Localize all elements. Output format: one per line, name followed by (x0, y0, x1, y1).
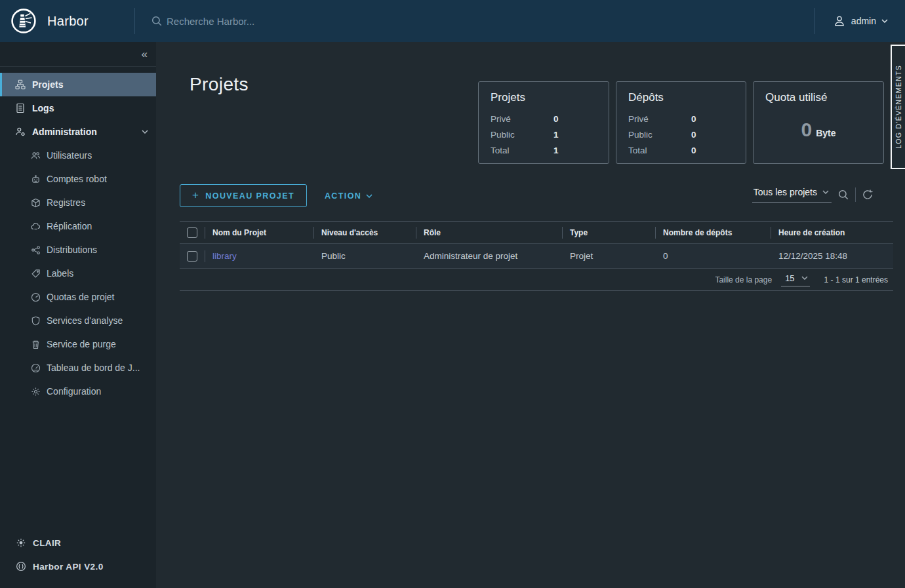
sidebar-item-robot-accounts[interactable]: Comptes robot (0, 167, 156, 191)
filter-value: Tous les projets (754, 187, 817, 197)
cell-type: Projet (562, 244, 655, 268)
cell-project-name: library (205, 244, 313, 268)
filter-row: Tous les projets (752, 187, 874, 203)
cell-created: 12/12/2025 18:48 (771, 244, 893, 268)
chevron-down-icon (801, 276, 808, 280)
plus-icon: + (192, 189, 199, 201)
header-divider (134, 8, 135, 34)
user-name: admin (851, 16, 876, 26)
sidebar-nav: Projets Logs Administration (0, 67, 156, 403)
sidebar-collapse-row: « (0, 42, 156, 67)
stat-value: 0 (691, 114, 696, 124)
select-all-cell (180, 222, 205, 243)
sidebar-item-label: Quotas de projet (47, 292, 115, 302)
action-dropdown[interactable]: ACTION (325, 191, 372, 201)
select-all-checkbox[interactable] (187, 227, 197, 238)
search-input[interactable] (167, 16, 337, 27)
quota-summary-card: Quota utilisé 0 Byte (753, 81, 884, 164)
user-icon (833, 14, 846, 28)
shield-icon (31, 316, 41, 326)
sun-icon (16, 538, 26, 548)
chevron-down-icon (142, 130, 148, 134)
sidebar-item-labels[interactable]: Labels (0, 262, 156, 285)
sidebar-item-administration[interactable]: Administration (0, 120, 156, 144)
main-content: Projets Projets Privé0 Public1 Total1 Dé… (156, 42, 905, 588)
users-icon (31, 151, 41, 161)
card-title: Dépôts (628, 91, 734, 104)
harbor-brand[interactable]: Harbor (0, 0, 134, 42)
sidebar-collapse-button[interactable]: « (142, 49, 148, 60)
sidebar-item-users[interactable]: Utilisateurs (0, 144, 156, 167)
sidebar-item-job-dashboard[interactable]: Tableau de bord de J... (0, 356, 156, 380)
pagination-range: 1 - 1 sur 1 entrées (824, 275, 888, 284)
page-size-value: 15 (785, 273, 794, 283)
api-icon (16, 561, 26, 572)
page-size-select[interactable]: 15 (781, 273, 809, 286)
tag-icon (31, 269, 41, 279)
new-project-label: NOUVEAU PROJET (205, 191, 294, 201)
search-icon (837, 189, 849, 201)
header-user-divider (814, 8, 814, 34)
refresh-button[interactable] (856, 189, 874, 201)
page-title: Projets (190, 74, 249, 95)
stat-value: 0 (691, 130, 696, 140)
stat-value: 1 (553, 130, 559, 140)
stat-value: 1 (553, 146, 559, 155)
sidebar-item-interrogation-services[interactable]: Services d'analyse (0, 309, 156, 332)
chevron-down-icon (366, 194, 372, 198)
stat-label: Total (491, 146, 553, 155)
sidebar-item-configuration[interactable]: Configuration (0, 380, 156, 403)
stat-value: 0 (553, 114, 559, 124)
new-project-button[interactable]: + NOUVEAU PROJET (180, 184, 307, 207)
cell-role: Administrateur de projet (416, 244, 562, 268)
column-header-role: Rôle (416, 222, 562, 243)
harbor-logo-icon (10, 8, 37, 34)
chevron-down-icon (822, 190, 829, 194)
stat-label: Privé (491, 114, 553, 124)
event-log-label: LOG D'ÉVÈNEMENTS (895, 65, 902, 149)
sidebar-item-harbor-api[interactable]: Harbor API V2.0 (0, 555, 156, 578)
project-link[interactable]: library (212, 251, 237, 261)
stat-label: Public (491, 130, 553, 140)
search-icon (151, 15, 163, 27)
robot-icon (31, 174, 41, 184)
sidebar-item-clair[interactable]: CLAIR (0, 531, 156, 555)
user-menu[interactable]: admin (833, 14, 888, 28)
sidebar-item-label: Projets (32, 79, 63, 90)
brand-title: Harbor (47, 14, 89, 29)
sidebar-item-projects[interactable]: Projets (0, 73, 156, 96)
column-header-repo-count: Nombre de dépôts (655, 222, 771, 243)
action-label: ACTION (325, 191, 361, 201)
global-search (151, 15, 337, 27)
projects-toolbar: + NOUVEAU PROJET ACTION (180, 184, 372, 207)
projects-summary-card: Projets Privé0 Public1 Total1 (478, 81, 609, 164)
quota-meter-icon (31, 292, 41, 302)
sidebar-item-registries[interactable]: Registres (0, 191, 156, 214)
stat-value: 0 (691, 146, 696, 155)
sidebar-item-label: Logs (32, 103, 54, 113)
gear-icon (31, 387, 41, 397)
table-search-button[interactable] (832, 189, 855, 201)
sidebar-item-label: Réplication (47, 221, 92, 231)
sidebar-item-replication[interactable]: Réplication (0, 214, 156, 238)
admin-user-icon (15, 127, 26, 137)
sidebar-item-distributions[interactable]: Distributions (0, 238, 156, 262)
column-header-name: Nom du Projet (205, 222, 313, 243)
sidebar-item-label: Distributions (47, 245, 97, 255)
flowchart-icon (15, 79, 26, 90)
trash-icon (31, 340, 41, 349)
row-checkbox[interactable] (187, 251, 197, 262)
stat-label: Total (628, 146, 691, 155)
chevron-down-icon (881, 19, 888, 23)
table-footer: Taille de la page 15 1 - 1 sur 1 entrées (180, 269, 893, 291)
sidebar-item-purge-service[interactable]: Service de purge (0, 332, 156, 356)
quota-unit: Byte (816, 128, 835, 138)
sidebar-item-logs[interactable]: Logs (0, 96, 156, 120)
project-filter-dropdown[interactable]: Tous les projets (752, 187, 832, 203)
card-title: Projets (491, 91, 597, 104)
event-log-tab[interactable]: LOG D'ÉVÈNEMENTS (891, 45, 905, 169)
sidebar-item-project-quotas[interactable]: Quotas de projet (0, 285, 156, 309)
table-row: library Public Administrateur de projet … (180, 244, 893, 269)
sidebar-item-label: Utilisateurs (47, 150, 92, 161)
column-header-created: Heure de création (771, 222, 893, 243)
